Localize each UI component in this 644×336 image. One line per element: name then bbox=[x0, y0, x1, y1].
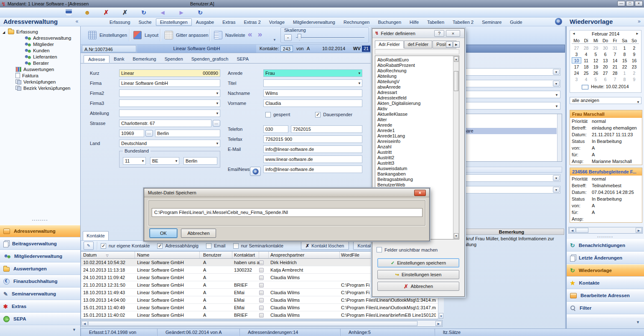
calendar-day[interactable]: 24 bbox=[572, 70, 581, 76]
toolbar-icon[interactable] bbox=[102, 9, 110, 16]
today-box-icon[interactable] bbox=[582, 85, 588, 89]
detail-combobox[interactable]: ▼ bbox=[459, 80, 560, 87]
col-name[interactable]: Name bbox=[135, 252, 200, 258]
calendar-day[interactable]: 7 bbox=[610, 76, 620, 82]
einstellungen-lesen-button[interactable]: ↪ Einstellungen lesen bbox=[377, 270, 459, 279]
chevron-down-icon[interactable]: ▼ bbox=[553, 81, 560, 87]
field-list-item[interactable]: Adressart bbox=[375, 90, 459, 95]
calendar-day[interactable]: 5 bbox=[591, 51, 601, 57]
detail-combobox[interactable]: ▼ bbox=[459, 186, 560, 193]
wiedervorlage-card[interactable]: Frau Marschall Priorität normal Betreff:… bbox=[570, 110, 642, 165]
form-tab[interactable]: Bank bbox=[109, 55, 128, 63]
filter-checkbox-group[interactable]: nur eigene Kontakte bbox=[101, 243, 150, 249]
calendar-day[interactable]: 1 bbox=[620, 70, 629, 76]
table-row[interactable]: 15.01.2013 11:40:02 Linear Software GmbH… bbox=[81, 311, 443, 319]
email-newsletter-button[interactable] bbox=[250, 167, 261, 176]
col-kontaktart[interactable]: Kontaktart bbox=[232, 252, 259, 258]
plz-browse-button[interactable]: … bbox=[145, 130, 153, 137]
ort-field[interactable]: Berlin bbox=[155, 130, 220, 137]
maximize-button[interactable]: □ bbox=[626, 1, 634, 6]
field-list-item[interactable]: Austritt2 bbox=[375, 155, 459, 160]
menu-item[interactable]: Seminare bbox=[478, 18, 506, 26]
calendar-day[interactable]: 18 bbox=[581, 64, 591, 70]
calendar-day[interactable]: 11 bbox=[581, 57, 591, 64]
calendar-day[interactable]: 16 bbox=[629, 57, 639, 64]
module-nav-item[interactable]: Adressverwaltung bbox=[0, 225, 80, 237]
chevron-down-icon[interactable]: ▼ bbox=[358, 81, 361, 85]
toolbar-icon[interactable] bbox=[65, 9, 72, 16]
nachname-field[interactable]: Wilms bbox=[263, 89, 362, 97]
menu-item[interactable]: Suche bbox=[135, 18, 156, 26]
field-list-item[interactable]: Austritt3 bbox=[375, 160, 459, 166]
today-label[interactable]: Heute: 10.02.2014 bbox=[591, 84, 629, 89]
chevron-down-icon[interactable]: ▼ bbox=[636, 99, 640, 105]
filter-checkbox[interactable] bbox=[233, 243, 239, 249]
field-list-item[interactable]: Anreiseinfo bbox=[375, 139, 459, 144]
tree-item[interactable]: Faktura bbox=[0, 72, 80, 79]
right-nav-item[interactable]: Bearbeitete Adressen bbox=[567, 289, 644, 302]
field-list-item[interactable]: AbteilungV bbox=[375, 79, 459, 84]
scrollbar-thumb[interactable] bbox=[576, 228, 588, 233]
field-list-item[interactable]: Anrede1Lang bbox=[375, 133, 459, 139]
chevron-down-icon[interactable]: ▼ bbox=[555, 93, 558, 97]
calendar-day[interactable]: 8 bbox=[620, 76, 629, 82]
filter-checkbox-group[interactable]: nur Seminarkontakte bbox=[233, 243, 284, 249]
filter-checkbox-group[interactable]: Adressabhängig bbox=[157, 243, 199, 249]
zoom-slider-thumb[interactable] bbox=[298, 34, 301, 41]
toolbar-icon[interactable] bbox=[178, 9, 185, 16]
right-nav-item[interactable]: Wiedervorlage bbox=[567, 264, 644, 277]
dialog-tab[interactable]: Adr.Felder bbox=[375, 41, 404, 48]
field-list-item[interactable]: Beitragsabteilung bbox=[375, 177, 459, 182]
menu-item[interactable]: Hilfe bbox=[405, 18, 423, 26]
abteilung-combobox[interactable]: ▼ bbox=[119, 109, 220, 117]
telefon-field[interactable]: 7262015 bbox=[291, 125, 362, 133]
wiedervorlage-card[interactable]: 234566 Berufsbegleitende F... Priorität … bbox=[570, 168, 642, 223]
row-more-button[interactable]: … bbox=[259, 305, 264, 310]
chevron-down-icon[interactable]: ▼ bbox=[216, 142, 219, 145]
filter-checkbox[interactable] bbox=[101, 243, 106, 249]
toolbar-icon[interactable] bbox=[196, 9, 204, 16]
detail-combobox[interactable]: ▼ bbox=[459, 174, 560, 182]
detail-combobox[interactable]: ▼ bbox=[459, 91, 560, 98]
row-more-button[interactable]: … bbox=[259, 260, 264, 265]
calendar-day[interactable]: 13 bbox=[601, 57, 610, 64]
menu-item[interactable]: Rechnungen bbox=[339, 18, 374, 26]
email-field[interactable]: info@linear-software.de bbox=[263, 145, 362, 153]
calendar-day[interactable]: 21 bbox=[610, 64, 620, 70]
calendar-day[interactable]: 27 bbox=[572, 45, 581, 51]
right-nav-item[interactable]: Letzte Änderungen bbox=[567, 252, 644, 264]
row-more-button[interactable]: … bbox=[259, 313, 264, 318]
cancel-button[interactable]: Abbrechen bbox=[181, 229, 216, 238]
firma3-combobox[interactable]: ▼ bbox=[119, 99, 220, 107]
form-tab[interactable]: Spenden bbox=[160, 55, 187, 63]
tree-item[interactable]: Berater bbox=[0, 60, 80, 66]
calendar-day[interactable]: 6 bbox=[601, 51, 610, 57]
panel-horizontal-scrollbar[interactable]: ◀ ▶ bbox=[568, 227, 643, 234]
field-list-item[interactable]: abwAnrede bbox=[375, 84, 459, 90]
calendar-day[interactable]: 9 bbox=[629, 51, 639, 57]
calendar-day[interactable]: 19 bbox=[591, 64, 601, 70]
expand-right-panel-button[interactable]: » bbox=[638, 18, 641, 24]
menu-item[interactable]: Tabellen 2 bbox=[448, 18, 478, 26]
menu-item[interactable]: Ausgabe bbox=[192, 18, 218, 26]
row-more-button[interactable]: … bbox=[259, 290, 264, 295]
help-button[interactable]: ? bbox=[434, 30, 444, 37]
table-horizontal-scrollbar[interactable]: ◀ ▶ bbox=[81, 320, 443, 327]
list-vertical-scrollbar[interactable]: ▲ ▼ bbox=[453, 56, 459, 239]
calendar-day[interactable]: 17 bbox=[572, 64, 581, 70]
calendar-day[interactable]: 7 bbox=[610, 51, 620, 57]
calendar-day[interactable]: 4 bbox=[581, 76, 591, 82]
detail-combobox[interactable]: ▼ bbox=[459, 68, 560, 76]
field-list-item[interactable]: AboRabattEuro bbox=[375, 57, 459, 63]
calendar-day[interactable]: 23 bbox=[629, 64, 639, 70]
chevron-down-icon[interactable]: ▼ bbox=[358, 71, 361, 75]
vorname-field[interactable]: Claudia bbox=[263, 99, 362, 107]
field-list-item[interactable]: Abteilung bbox=[375, 74, 459, 79]
scroll-left-icon[interactable]: ◀ bbox=[569, 228, 575, 233]
field-list-item[interactable]: Austritt bbox=[375, 150, 459, 155]
chevron-down-icon[interactable]: ▼ bbox=[141, 159, 145, 163]
module-nav-item[interactable]: Auswertungen bbox=[0, 262, 80, 275]
menu-item[interactable]: Vorlage bbox=[265, 18, 289, 26]
calendar-day[interactable]: 3 bbox=[572, 51, 581, 57]
field-list-item[interactable]: AboRechnung bbox=[375, 68, 459, 74]
